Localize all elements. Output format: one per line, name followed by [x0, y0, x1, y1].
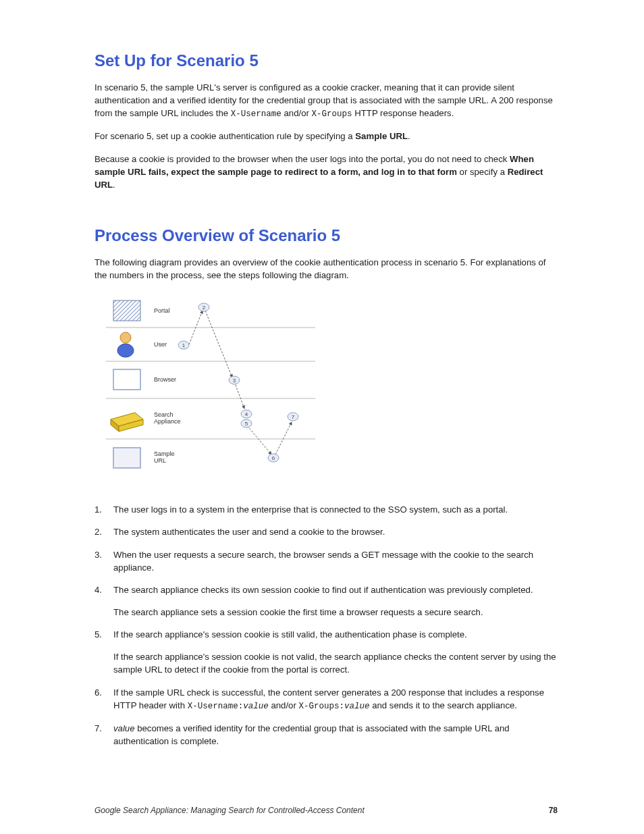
text: Because a cookie is provided to the brow…	[95, 154, 510, 164]
text: .	[113, 180, 115, 190]
list-item: The system authenticates the user and se…	[95, 525, 558, 538]
svg-line-13	[205, 311, 232, 377]
diagram-bubble: 5	[245, 421, 248, 427]
setup-para-2: For scenario 5, set up a cookie authenti…	[95, 130, 558, 142]
process-diagram: Portal User Browser SearchAppliance Samp…	[103, 294, 558, 486]
text: If the search appliance's session cookie…	[113, 650, 558, 676]
text: The search appliance sets a session cook…	[113, 606, 558, 619]
diagram-label-user: User	[154, 341, 167, 348]
diagram-svg: Portal User Browser SearchAppliance Samp…	[103, 294, 319, 483]
page-footer: Google Search Appliance: Managing Search…	[95, 806, 558, 815]
inline-code: X-Username	[231, 109, 281, 119]
inline-code: X-Groups:	[298, 702, 344, 711]
list-item: The search appliance checks its own sess…	[95, 583, 558, 619]
diagram-bubble: 1	[182, 342, 186, 348]
inline-code: X-Groups	[312, 109, 352, 119]
page-number: 78	[549, 806, 558, 815]
heading-setup: Set Up for Scenario 5	[95, 51, 558, 70]
setup-para-3: Because a cookie is provided to the brow…	[95, 153, 558, 191]
svg-line-16	[275, 422, 292, 454]
text: HTTP response headers.	[352, 108, 454, 118]
svg-rect-7	[113, 369, 140, 390]
inline-code-italic: value	[243, 702, 269, 711]
inline-code-italic: value	[344, 702, 370, 711]
diagram-label-sample: SampleURL	[154, 450, 175, 464]
process-intro: The following diagram provides an overvi…	[95, 256, 558, 282]
setup-para-1: In scenario 5, the sample URL's server i…	[95, 81, 558, 120]
list-item: The user logs in to a system in the ente…	[95, 503, 558, 516]
list-item: value becomes a verified identity for th…	[95, 722, 558, 748]
diagram-bubble: 6	[272, 455, 275, 461]
heading-process: Process Overview of Scenario 5	[95, 226, 558, 245]
diagram-label-portal: Portal	[154, 307, 170, 314]
text: or specify a	[457, 167, 508, 177]
inline-code: X-Username:	[188, 702, 244, 711]
svg-line-15	[247, 425, 271, 454]
svg-point-5	[120, 332, 131, 343]
svg-line-14	[234, 382, 244, 409]
text: and/or	[269, 700, 299, 710]
italic-text: value	[113, 723, 135, 733]
text: For scenario 5, set up a cookie authenti…	[95, 131, 355, 141]
list-item: If the search appliance's session cookie…	[95, 628, 558, 676]
diagram-bubble: 2	[203, 305, 206, 311]
text: The search appliance checks its own sess…	[113, 585, 533, 595]
diagram-bubble: 3	[233, 377, 236, 384]
text: becomes a verified identity for the cred…	[113, 723, 510, 746]
svg-rect-11	[113, 448, 140, 468]
text: and sends it to the search appliance.	[370, 700, 517, 710]
list-item: When the user requests a secure search, …	[95, 548, 558, 574]
footer-title: Google Search Appliance: Managing Search…	[95, 806, 365, 815]
bold-text: Sample URL	[355, 131, 408, 141]
svg-rect-4	[113, 301, 140, 321]
steps-list: The user logs in to a system in the ente…	[95, 503, 558, 748]
diagram-bubble: 4	[245, 411, 248, 417]
text: If the search appliance's session cookie…	[113, 629, 467, 640]
diagram-label-browser: Browser	[154, 376, 176, 383]
list-item: If the sample URL check is successful, t…	[95, 686, 558, 712]
text: .	[408, 131, 410, 141]
text: and/or	[281, 108, 312, 118]
svg-point-6	[117, 344, 134, 357]
diagram-label-appliance: SearchAppliance	[154, 411, 181, 425]
diagram-bubble: 7	[292, 414, 295, 420]
document-page: Set Up for Scenario 5 In scenario 5, the…	[0, 0, 644, 748]
